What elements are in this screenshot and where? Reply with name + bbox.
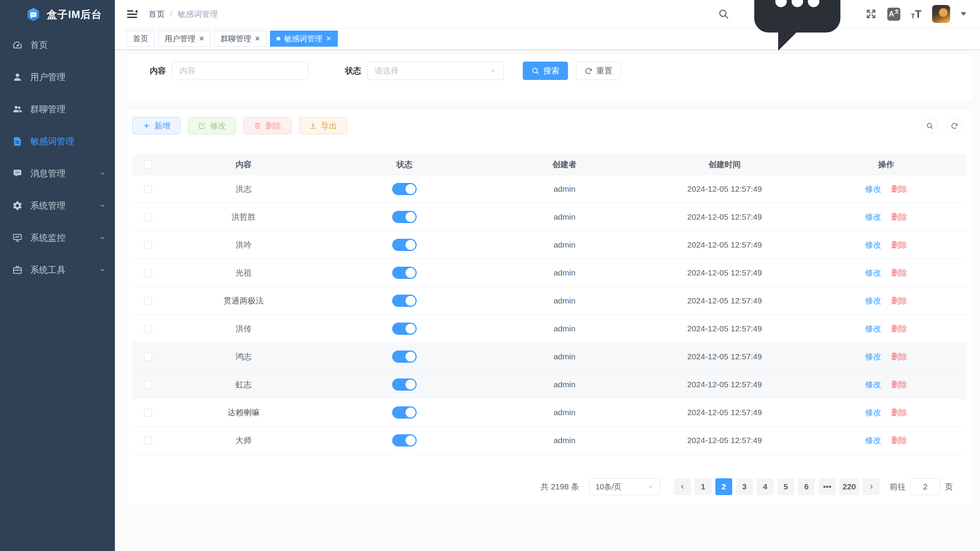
page-button-4[interactable]: 4 <box>757 478 774 495</box>
page-button-1[interactable]: 1 <box>695 478 712 495</box>
page-button-6[interactable]: 6 <box>798 478 815 495</box>
top-header: 首页 / 敏感词管理 1 A文 TT <box>115 0 980 28</box>
search-icon[interactable] <box>718 8 729 20</box>
translate-icon[interactable]: A文 <box>887 8 900 21</box>
delete-link[interactable]: 删除 <box>891 295 907 306</box>
row-checkbox[interactable] <box>144 381 152 389</box>
reset-button[interactable]: 重置 <box>576 62 621 80</box>
content-filter-input[interactable] <box>172 62 308 80</box>
sidebar-item-system-monitor[interactable]: 系统监控 <box>0 222 115 254</box>
delete-link[interactable]: 删除 <box>891 407 907 418</box>
edit-link[interactable]: 修改 <box>865 407 881 418</box>
row-checkbox[interactable] <box>144 185 152 193</box>
status-toggle[interactable] <box>392 323 417 335</box>
more-pages-button[interactable]: ••• <box>819 478 836 495</box>
cell-created-at: 2024-12-05 12:57:49 <box>644 268 805 277</box>
tab-group-management[interactable]: 群聊管理 <box>214 31 267 47</box>
sidebar-item-system-tools[interactable]: 系统工具 <box>0 254 115 286</box>
delete-link[interactable]: 删除 <box>891 184 907 194</box>
message-icon <box>740 65 855 72</box>
collapse-sidebar-icon[interactable] <box>126 8 138 20</box>
delete-link[interactable]: 删除 <box>891 212 907 222</box>
edit-link[interactable]: 修改 <box>865 323 881 334</box>
sidebar-menu: 首页 用户管理 群聊管理 敏感词管理 <box>0 29 115 286</box>
status-toggle[interactable] <box>392 350 417 363</box>
sidebar-item-messages[interactable]: 消息管理 <box>0 157 115 189</box>
status-toggle[interactable] <box>392 211 417 223</box>
cell-created-at: 2024-12-05 12:57:49 <box>644 324 805 333</box>
fullscreen-icon[interactable] <box>865 8 877 20</box>
status-toggle[interactable] <box>392 378 417 391</box>
page-button-220[interactable]: 220 <box>839 478 859 495</box>
row-checkbox[interactable] <box>144 269 152 277</box>
tab-sensitive-words[interactable]: 敏感词管理 <box>270 31 338 47</box>
status-filter-select[interactable]: 请选择 <box>367 62 504 80</box>
avatar[interactable] <box>932 5 950 23</box>
delete-link[interactable]: 删除 <box>891 379 907 390</box>
monitor-icon <box>12 233 23 243</box>
row-checkbox[interactable] <box>144 297 152 305</box>
sidebar-item-system-settings[interactable]: 系统管理 <box>0 189 115 222</box>
delete-link[interactable]: 删除 <box>891 351 907 362</box>
column-header-status: 状态 <box>324 159 485 170</box>
edit-link[interactable]: 修改 <box>865 435 881 446</box>
breadcrumb-home[interactable]: 首页 <box>149 9 165 20</box>
prev-page-button[interactable] <box>674 478 691 495</box>
edit-link[interactable]: 修改 <box>865 212 881 222</box>
row-checkbox[interactable] <box>144 437 152 445</box>
edit-link[interactable]: 修改 <box>865 351 881 362</box>
row-checkbox[interactable] <box>144 409 152 417</box>
row-checkbox[interactable] <box>144 353 152 361</box>
page-size-select[interactable]: 10条/页 <box>589 478 660 495</box>
table-refresh-button[interactable] <box>947 118 962 134</box>
close-icon[interactable] <box>255 34 260 43</box>
edit-link[interactable]: 修改 <box>865 184 881 194</box>
status-toggle[interactable] <box>392 183 417 195</box>
export-button[interactable]: 导出 <box>299 117 347 134</box>
search-button[interactable]: 搜索 <box>523 62 568 80</box>
font-size-icon[interactable]: TT <box>911 9 921 20</box>
row-checkbox[interactable] <box>144 213 152 221</box>
delete-button[interactable]: 删除 <box>244 117 291 134</box>
page-button-2[interactable]: 2 <box>715 478 732 495</box>
next-page-button[interactable] <box>863 478 880 495</box>
edit-link[interactable]: 修改 <box>865 379 881 390</box>
delete-link[interactable]: 删除 <box>891 323 907 334</box>
status-toggle[interactable] <box>392 267 417 279</box>
status-toggle[interactable] <box>392 406 417 419</box>
sidebar-item-groups[interactable]: 群聊管理 <box>0 93 115 125</box>
caret-down-icon[interactable] <box>961 12 966 16</box>
data-table: 内容 状态 创建者 创建时间 操作 洪志 admin 2024-12-05 12… <box>133 154 967 455</box>
page-button-3[interactable]: 3 <box>736 478 753 495</box>
sidebar-item-home[interactable]: 首页 <box>0 29 115 61</box>
tab-user-management[interactable]: 用户管理 <box>158 31 211 47</box>
row-checkbox[interactable] <box>144 241 152 249</box>
close-icon[interactable] <box>326 34 331 43</box>
goto-page-input[interactable] <box>910 478 940 495</box>
page-button-5[interactable]: 5 <box>777 478 794 495</box>
cell-created-at: 2024-12-05 12:57:49 <box>644 240 805 249</box>
app-logo[interactable]: 盒子IM后台 <box>0 0 115 29</box>
edit-link[interactable]: 修改 <box>865 267 881 278</box>
sidebar-item-users[interactable]: 用户管理 <box>0 61 115 93</box>
tab-home[interactable]: 首页 <box>126 31 155 47</box>
select-all-checkbox[interactable] <box>144 160 152 168</box>
edit-link[interactable]: 修改 <box>865 240 881 250</box>
sidebar-item-label: 系统管理 <box>30 200 65 212</box>
delete-link[interactable]: 删除 <box>891 240 907 250</box>
add-button[interactable]: 新增 <box>133 117 180 134</box>
notifications-button[interactable]: 1 <box>740 0 855 72</box>
table-search-button[interactable] <box>922 118 937 134</box>
page-unit-label: 页 <box>945 481 953 492</box>
sidebar-item-label: 敏感词管理 <box>30 135 74 147</box>
delete-link[interactable]: 删除 <box>891 267 907 278</box>
row-checkbox[interactable] <box>144 325 152 333</box>
delete-link[interactable]: 删除 <box>891 435 907 446</box>
sidebar-item-sensitive-words[interactable]: 敏感词管理 <box>0 125 115 157</box>
close-icon[interactable] <box>199 34 204 43</box>
status-toggle[interactable] <box>392 295 417 307</box>
edit-link[interactable]: 修改 <box>865 295 881 306</box>
status-toggle[interactable] <box>392 434 417 447</box>
edit-button[interactable]: 修改 <box>188 117 236 134</box>
status-toggle[interactable] <box>392 239 417 251</box>
